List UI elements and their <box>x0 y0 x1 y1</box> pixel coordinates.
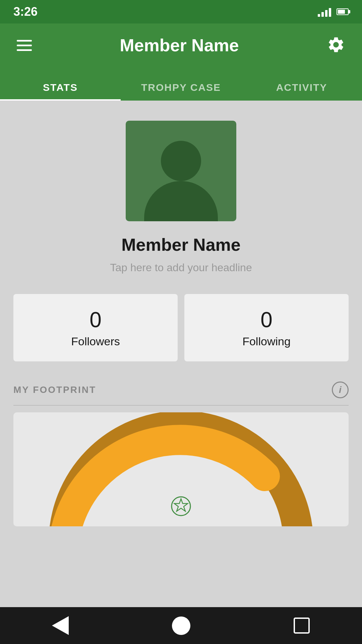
status-time: 3:26 <box>13 5 38 19</box>
signal-icon <box>318 7 331 17</box>
tab-trophy[interactable]: TROHPY CASE <box>121 82 241 101</box>
home-button[interactable] <box>171 616 191 636</box>
header-title: Member Name <box>120 35 239 55</box>
footprint-divider <box>13 405 349 406</box>
avatar-section <box>13 121 349 221</box>
star-icon <box>171 496 191 516</box>
member-name: Member Name <box>13 235 349 255</box>
avatar-head <box>161 141 201 181</box>
avatar-body <box>144 181 218 221</box>
followers-label: Followers <box>20 335 171 348</box>
main-content: Member Name Tap here to add your headlin… <box>0 101 362 540</box>
footprint-title: MY FOOTPRINT <box>13 385 96 395</box>
battery-icon <box>337 8 349 15</box>
footprint-header: MY FOOTPRINT i <box>13 382 349 398</box>
member-headline[interactable]: Tap here to add your headline <box>13 261 349 274</box>
following-count: 0 <box>191 307 342 332</box>
footprint-chart <box>13 412 349 526</box>
svg-marker-1 <box>174 499 188 511</box>
followers-count: 0 <box>20 307 171 332</box>
tab-bar: STATS TROHPY CASE ACTIVITY <box>0 67 362 101</box>
recent-button[interactable] <box>292 616 312 636</box>
stats-row: 0 Followers 0 Following <box>13 294 349 361</box>
info-icon[interactable]: i <box>332 382 349 398</box>
status-bar: 3:26 <box>0 0 362 23</box>
status-icons <box>318 7 349 17</box>
back-button[interactable] <box>50 616 70 636</box>
settings-icon[interactable] <box>327 36 345 55</box>
tab-stats[interactable]: STATS <box>0 82 121 101</box>
following-label: Following <box>191 335 342 348</box>
hamburger-icon[interactable] <box>17 40 32 51</box>
donut-container <box>13 412 349 526</box>
following-card[interactable]: 0 Following <box>184 294 349 361</box>
followers-card[interactable]: 0 Followers <box>13 294 178 361</box>
header: Member Name <box>0 23 362 67</box>
bottom-nav <box>0 607 362 644</box>
avatar[interactable] <box>126 121 236 221</box>
tab-activity[interactable]: ACTIVITY <box>241 82 362 101</box>
